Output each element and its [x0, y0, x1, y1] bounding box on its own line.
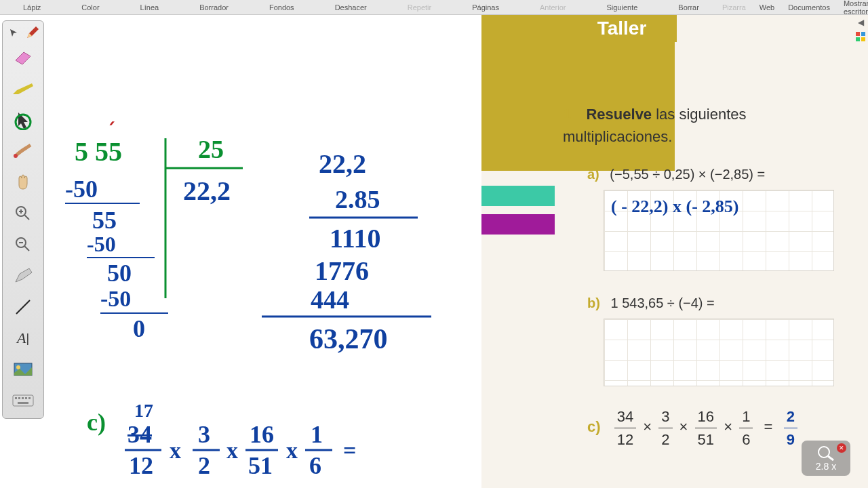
hw-c-x2: x — [226, 438, 238, 464]
hw-c-strike: 34 — [127, 420, 152, 449]
menu-linea[interactable]: Línea — [120, 3, 180, 12]
hw-c-f4d: 6 — [309, 451, 321, 480]
hw-p3: 444 — [311, 285, 349, 314]
hw-p2: 1776 — [315, 255, 369, 287]
right-sidebar: ◀ — [853, 15, 868, 42]
problem-c-label: c) — [587, 418, 601, 435]
svg-rect-23 — [856, 32, 860, 36]
mode-web[interactable]: Web — [757, 3, 777, 12]
laser-tool-icon[interactable] — [7, 136, 39, 166]
problem-b-label: b) — [587, 296, 600, 310]
c-rn: 2 — [784, 405, 797, 428]
task-heading: 1. Resuelve las siguientes multiplicacio… — [563, 103, 860, 148]
zoom-out-tool-icon[interactable] — [7, 230, 39, 260]
hw-step3: -50 — [100, 286, 131, 312]
c-f3n: 16 — [695, 405, 717, 428]
zoom-in-tool-icon[interactable] — [7, 199, 39, 228]
hw-c-f3d: 51 — [248, 451, 273, 480]
menu-fondos[interactable]: Fondos — [249, 3, 315, 12]
stylus-tool-icon[interactable] — [24, 24, 41, 41]
whiteboard-canvas[interactable]: ˊ 5 55 25 22,2 -50 55 -50 50 -50 0 22,2 … — [47, 15, 868, 488]
doc-body: 1. Resuelve las siguientes multiplicacio… — [563, 103, 860, 451]
c-rd: 9 — [787, 428, 795, 451]
zoom-close-icon[interactable]: ✕ — [837, 443, 846, 453]
sidebar-collapse-icon[interactable]: ◀ — [858, 18, 864, 27]
menu-siguiente[interactable]: Siguiente — [586, 3, 658, 12]
marker-tool-icon[interactable] — [7, 74, 39, 104]
c-f4d: 6 — [742, 428, 750, 451]
answer-grid-a[interactable]: ( - 22,2) x (- 2,85) — [604, 190, 834, 271]
capture-tool-icon[interactable] — [7, 354, 39, 384]
answer-a-written: ( - 22,2) x (- 2,85) — [611, 193, 738, 220]
svg-point-1 — [14, 154, 18, 158]
hw-c-f3n: 16 — [250, 420, 274, 449]
menu-lapiz[interactable]: Lápiz — [3, 3, 61, 12]
highlighter-tool-icon[interactable] — [7, 261, 39, 291]
answer-grid-b[interactable] — [604, 319, 834, 386]
keyboard-tool-icon[interactable] — [7, 386, 39, 415]
doc-banner-title: Taller — [567, 15, 677, 42]
swatch-teal — [481, 186, 555, 206]
hand-tool-icon[interactable] — [7, 167, 39, 197]
problem-a-expr: (−5,55 ÷ 0,25) × (−2,85) = — [610, 167, 765, 182]
c-f3d: 51 — [698, 428, 714, 451]
hw-c-top: 17 — [134, 400, 153, 422]
hw-rule1 — [65, 202, 140, 205]
text-tool-icon[interactable]: A| — [7, 323, 39, 353]
zoom-level: 2.8 x — [816, 461, 836, 472]
c-f1n: 34 — [614, 405, 636, 428]
problem-a: a) (−5,55 ÷ 0,25) × (−2,85) = — [587, 164, 860, 184]
zoom-indicator[interactable]: ✕ 2.8 x — [802, 441, 850, 476]
svg-rect-12 — [18, 402, 28, 404]
svg-rect-11 — [28, 397, 31, 399]
menu-left: Lápiz Color Línea Borrador Fondos Deshac… — [3, 3, 719, 12]
menu-right: Pizarra Web Documentos Mostrar escritori… — [719, 0, 868, 16]
menu-repetir: Repetir — [387, 3, 452, 12]
hw-rem2: 50 — [107, 259, 132, 287]
swatch-magenta — [481, 214, 555, 235]
hw-mult-rule1 — [309, 216, 418, 220]
svg-rect-6 — [13, 395, 33, 406]
svg-rect-7 — [15, 397, 17, 399]
task-number: 1. — [563, 106, 575, 123]
problem-a-label: a) — [587, 167, 599, 182]
task-bold: Resuelve — [586, 106, 652, 123]
arrow-tool-icon[interactable] — [5, 24, 22, 41]
hw-mult-rule2 — [262, 314, 431, 319]
menu-borrar[interactable]: Borrar — [658, 3, 719, 12]
menu-borrador[interactable]: Borrador — [179, 3, 249, 12]
menu-deshacer[interactable]: Deshacer — [315, 3, 387, 12]
hw-c-label: c) — [87, 408, 106, 436]
mode-escritorio[interactable]: Mostrar escritorio — [841, 0, 868, 16]
eraser-tool-icon[interactable] — [7, 43, 39, 73]
hw-c-eq: = — [343, 438, 356, 464]
menu-paginas[interactable]: Páginas — [452, 3, 519, 12]
line-tool-icon[interactable] — [7, 292, 39, 322]
pointer-tool-icon[interactable] — [7, 105, 39, 135]
document-panel[interactable]: Taller ✊ 1. Resuelve las siguientes mult… — [481, 15, 868, 488]
magnifier-icon — [816, 445, 835, 461]
division-bracket — [161, 136, 250, 305]
sidebar-apps-icon[interactable] — [855, 31, 866, 42]
hw-c-f2n: 3 — [198, 420, 210, 449]
svg-rect-8 — [18, 397, 20, 399]
menu-color[interactable]: Color — [61, 3, 119, 12]
hw-rem3: 0 — [133, 314, 145, 343]
c-f4n: 1 — [739, 405, 753, 428]
menu-anterior: Anterior — [519, 3, 587, 12]
svg-rect-9 — [22, 397, 24, 399]
svg-rect-25 — [856, 37, 860, 41]
mode-documentos[interactable]: Documentos — [785, 3, 833, 12]
hw-dividend: 5 55 — [75, 136, 122, 167]
hw-c-f4n: 1 — [311, 420, 323, 449]
svg-rect-10 — [25, 397, 27, 399]
hw-rem1: 55 — [92, 206, 117, 235]
hw-result: 63,270 — [309, 323, 388, 355]
problem-b: b) 1 543,65 ÷ (−4) = — [587, 293, 860, 313]
hw-mult-a: 22,2 — [319, 148, 366, 180]
c-f1d: 12 — [617, 428, 633, 451]
hw-step1: -50 — [65, 175, 98, 203]
svg-point-5 — [16, 365, 20, 369]
svg-rect-26 — [861, 37, 865, 41]
mode-pizarra[interactable]: Pizarra — [719, 3, 749, 12]
